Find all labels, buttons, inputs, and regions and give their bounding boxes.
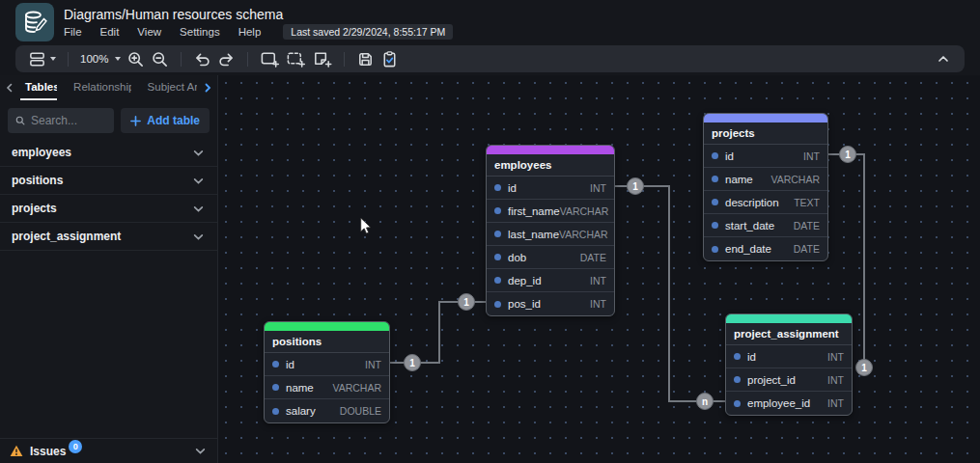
sidebar-item-project-assignment[interactable]: project_assignment	[0, 223, 217, 251]
last-saved-badge: Last saved 2/29/2024, 8:55:17 PM	[283, 24, 453, 40]
save-button[interactable]	[353, 47, 378, 70]
sidebar-table-list: employees positions projects project_ass…	[0, 139, 217, 251]
sidebar-search-row: Add table	[0, 100, 217, 139]
toolbar-strip: 100%	[0, 44, 980, 75]
field-dot-icon	[734, 376, 741, 383]
page-title: Diagrams/Human resources schema	[64, 7, 453, 22]
zoom-in-button[interactable]	[124, 47, 148, 70]
field-name: start_date	[725, 220, 794, 232]
table-field-id[interactable]: idINT	[704, 145, 827, 168]
menu-view[interactable]: View	[137, 26, 161, 38]
table-field-project_id[interactable]: project_idINT	[726, 368, 852, 392]
zoom-out-button[interactable]	[148, 47, 172, 70]
svg-text:1: 1	[409, 358, 415, 368]
warning-icon	[10, 445, 23, 457]
chevron-right-icon	[203, 83, 212, 93]
menu-file[interactable]: File	[64, 26, 82, 38]
chevron-down-icon	[193, 148, 204, 158]
menu-edit[interactable]: Edit	[100, 26, 120, 38]
field-name: dep_id	[508, 275, 590, 286]
todo-button[interactable]	[378, 47, 402, 70]
field-dot-icon	[494, 184, 501, 191]
toolbar-divider	[68, 52, 69, 67]
chevron-left-icon	[5, 83, 14, 93]
table-field-dep_id[interactable]: dep_idINT	[487, 269, 614, 292]
issues-panel-toggle[interactable]: Issues 0	[0, 438, 217, 463]
collapse-header-button[interactable]	[932, 47, 955, 70]
tab-subject-areas[interactable]: Subject Are	[143, 75, 197, 100]
zoom-level-dropdown[interactable]: 100%	[77, 47, 124, 70]
diagram-canvas[interactable]: 1n1111 employeesidINTfirst_nameVARCHARla…	[218, 75, 980, 463]
field-type: TEXT	[794, 197, 820, 208]
table-field-name[interactable]: nameVARCHAR	[704, 168, 827, 191]
chevron-down-icon	[193, 204, 204, 214]
db-table-positions[interactable]: positionsidINTnameVARCHARsalaryDOUBLE	[264, 321, 390, 423]
add-note-tool-button[interactable]	[309, 47, 335, 70]
app-header: Diagrams/Human resources schema File Edi…	[0, 0, 980, 44]
tab-relationships[interactable]: Relationships	[69, 75, 130, 100]
chevron-down-icon	[193, 232, 204, 242]
redo-button[interactable]	[214, 47, 238, 70]
chevron-down-icon	[193, 176, 204, 186]
sidebar-item-employees[interactable]: employees	[0, 139, 217, 167]
db-table-employees[interactable]: employeesidINTfirst_nameVARCHARlast_name…	[486, 145, 615, 316]
field-dot-icon	[494, 301, 501, 308]
table-color-strip	[487, 146, 614, 154]
table-field-pos_id[interactable]: pos_idINT	[487, 292, 614, 315]
field-type: INT	[590, 275, 606, 286]
field-dot-icon	[272, 361, 279, 368]
table-field-end_date[interactable]: end_dateDATE	[704, 237, 827, 260]
field-type: VARCHAR	[560, 205, 609, 217]
zoom-out-icon	[151, 50, 169, 68]
add-table-tool-button[interactable]	[257, 47, 283, 70]
diagram-list-button[interactable]	[25, 47, 59, 70]
table-field-last_name[interactable]: last_nameVARCHAR	[487, 223, 614, 246]
add-table-button[interactable]: Add table	[121, 108, 210, 133]
add-table-label: Add table	[147, 114, 200, 127]
db-table-projects[interactable]: projectsidINTnameVARCHARdescriptionTEXTs…	[703, 113, 828, 261]
field-name: last_name	[508, 229, 559, 240]
table-field-start_date[interactable]: start_dateDATE	[704, 214, 827, 237]
search-box[interactable]	[8, 108, 114, 133]
table-field-first_name[interactable]: first_nameVARCHAR	[487, 200, 614, 223]
diagram-list-icon	[28, 50, 46, 68]
field-name: id	[286, 359, 365, 370]
table-field-name[interactable]: nameVARCHAR	[265, 376, 389, 399]
menu-help[interactable]: Help	[238, 26, 262, 38]
table-field-salary[interactable]: salaryDOUBLE	[265, 399, 389, 422]
sidebar-item-projects[interactable]: projects	[0, 195, 217, 223]
table-field-description[interactable]: descriptionTEXT	[704, 191, 827, 214]
issues-count-badge: 0	[69, 440, 82, 453]
sidebar-item-positions[interactable]: positions	[0, 167, 217, 195]
table-field-id[interactable]: idINT	[265, 353, 389, 376]
field-dot-icon	[734, 353, 741, 360]
tabs-scroll-left-button[interactable]	[4, 75, 14, 100]
add-area-tool-button[interactable]	[283, 47, 309, 70]
tab-tables[interactable]: Tables	[20, 75, 57, 100]
field-name: end_date	[725, 243, 794, 255]
field-dot-icon	[494, 277, 501, 284]
menu-bar: File Edit View Settings Help Last saved …	[64, 24, 453, 40]
table-field-id[interactable]: idINT	[487, 177, 614, 200]
tabs-scroll-right-button[interactable]	[203, 75, 213, 100]
cardinality-label: n	[697, 394, 714, 410]
table-field-dob[interactable]: dobDATE	[487, 246, 614, 269]
cardinality-label: 1	[856, 360, 873, 376]
relationship-positions-to-employees[interactable]	[390, 302, 486, 363]
sidebar: Tables Relationships Subject Are	[0, 75, 218, 463]
cardinality-label: 1	[628, 178, 644, 195]
field-type: INT	[590, 182, 606, 194]
field-type: INT	[803, 150, 820, 162]
db-table-project_assignment[interactable]: project_assignmentidINTproject_idINTempl…	[725, 313, 853, 416]
svg-text:n: n	[702, 396, 708, 407]
table-field-employee_id[interactable]: employee_idINT	[726, 392, 852, 415]
sidebar-tabs: Tables Relationships Subject Are	[0, 75, 217, 100]
field-type: DATE	[580, 252, 606, 263]
menu-settings[interactable]: Settings	[180, 26, 220, 38]
table-title: employees	[487, 154, 614, 177]
undo-button[interactable]	[190, 47, 214, 70]
table-field-id[interactable]: idINT	[726, 345, 852, 368]
search-input[interactable]	[31, 114, 106, 127]
app-logo[interactable]	[15, 3, 54, 41]
table-title: positions	[265, 331, 389, 353]
